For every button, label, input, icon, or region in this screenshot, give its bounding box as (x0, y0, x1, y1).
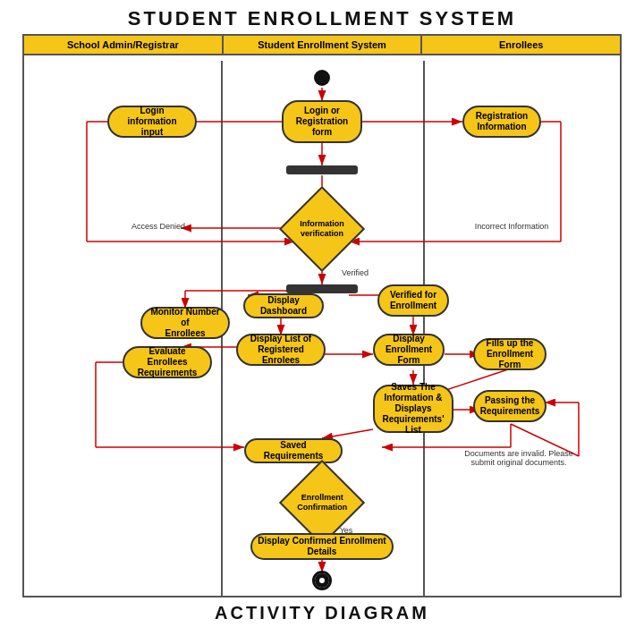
access-denied-label: Access Denied (123, 222, 194, 231)
display-confirmed-node: Display Confirmed Enrollment Details (250, 533, 394, 560)
diagram-container: School Admin/Registrar Student Enrollmen… (22, 34, 622, 597)
col-divider-right (423, 61, 425, 596)
info-verification-label: Information verification (300, 219, 344, 239)
monitor-enrollees-label: Monitor Number of Enrollees (148, 307, 223, 339)
thick-bar-2 (286, 284, 358, 293)
saved-requirements-node: Saved Requirements (244, 438, 343, 463)
thick-bar-1 (286, 165, 358, 174)
display-dashboard-label: Display Dashboard (250, 295, 317, 317)
verified-label: Verified (328, 268, 382, 277)
documents-invalid-label: Documents are invalid. Please submit ori… (461, 449, 577, 467)
page-bottom: ACTIVITY DIAGRAM (0, 597, 644, 625)
incorrect-info-label: Incorrect Information (462, 222, 561, 231)
end-circle (312, 571, 332, 590)
verified-enrollment-label: Verified for Enrollment (390, 290, 436, 311)
login-input-label: Login information input (114, 106, 190, 138)
saves-info-label: Saves The Information & Displays Require… (380, 382, 446, 436)
display-dashboard-node: Display Dashboard (243, 293, 324, 318)
registration-info-node: Registration Information (462, 106, 541, 138)
display-confirmed-label: Display Confirmed Enrollment Details (258, 536, 386, 557)
fills-enrollment-node: Fills up the Enrollment Form (473, 338, 547, 370)
login-input-node: Login information input (107, 106, 197, 138)
display-enrollment-form-node: Display Enrollment Form (373, 334, 445, 366)
login-form-label: Login or Registration form (296, 106, 348, 138)
evaluate-requirements-label: Evaluate Enrollees Requirements (130, 346, 205, 378)
monitor-enrollees-node: Monitor Number of Enrollees (140, 307, 230, 339)
verified-enrollment-node: Verified for Enrollment (377, 284, 449, 317)
display-list-label: Display List of Registered Enrolees (243, 334, 318, 366)
col-header-admin: School Admin/Registrar (24, 36, 224, 54)
col-header-enrollees: Enrollees (422, 36, 620, 54)
evaluate-requirements-node: Evaluate Enrollees Requirements (123, 346, 212, 378)
fills-enrollment-label: Fills up the Enrollment Form (480, 338, 539, 370)
start-circle (314, 70, 330, 86)
enrollment-confirmation-label: Enrollment Confirmation (297, 493, 347, 513)
saved-requirements-label: Saved Requirements (251, 440, 335, 462)
passing-requirements-node: Passing the Requirements (473, 390, 547, 422)
svg-line-29 (322, 429, 373, 438)
display-list-node: Display List of Registered Enrolees (236, 334, 326, 366)
login-form-node: Login or Registration form (282, 100, 362, 143)
col-header-system: Student Enrollment System (224, 36, 423, 54)
info-verification-node: Information verification (279, 186, 365, 272)
saves-info-node: Saves The Information & Displays Require… (373, 385, 453, 433)
passing-requirements-label: Passing the Requirements (480, 395, 540, 417)
display-enrollment-form-label: Display Enrollment Form (380, 334, 437, 366)
registration-info-label: Registration Information (476, 111, 528, 132)
page-title: STUDENT ENROLLMENT SYSTEM (0, 0, 644, 34)
col-headers: School Admin/Registrar Student Enrollmen… (24, 36, 620, 55)
